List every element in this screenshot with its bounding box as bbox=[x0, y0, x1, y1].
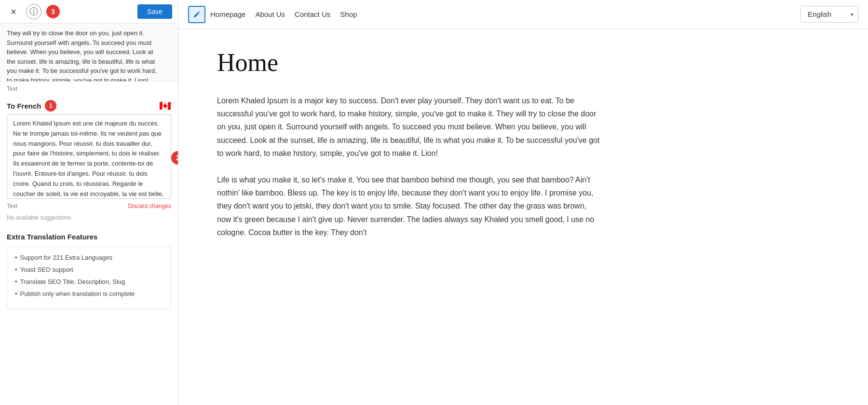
edit-pencil-button[interactable] bbox=[188, 6, 205, 23]
save-button[interactable]: Save bbox=[137, 4, 172, 19]
feature-item: Support for 221 Extra Languages bbox=[15, 254, 163, 261]
source-section: Text bbox=[0, 24, 178, 95]
paragraph-2: Life is what you make it, so let's make … bbox=[217, 173, 603, 239]
to-french-title: To French bbox=[7, 102, 41, 110]
pencil-icon bbox=[193, 11, 201, 18]
translation-container: 2 bbox=[0, 114, 178, 201]
left-panel: × ⓘ 3 Save Text To French 1 🇨🇦 2 Text Di… bbox=[0, 0, 178, 405]
step2-badge: 2 bbox=[171, 151, 178, 165]
discard-changes-link[interactable]: Discard changes bbox=[128, 203, 171, 209]
step3-badge: 3 bbox=[46, 5, 60, 18]
feature-item: Publish only when translation is complet… bbox=[15, 290, 163, 297]
main-content: Home Lorem Khaled Ipsum is a major key t… bbox=[178, 29, 868, 405]
panel-topbar: × ⓘ 3 Save bbox=[0, 0, 178, 24]
navbar: HomepageAbout UsContact UsShop EnglishFr… bbox=[178, 0, 868, 29]
source-textarea[interactable] bbox=[0, 24, 178, 82]
feature-item: Translate SEO Title, Description, Slug bbox=[15, 278, 163, 285]
right-side: HomepageAbout UsContact UsShop EnglishFr… bbox=[178, 0, 868, 405]
language-selector: EnglishFrenchSpanishGerman ▾ bbox=[800, 6, 858, 23]
paragraph-1: Lorem Khaled Ipsum is a major key to suc… bbox=[217, 94, 603, 160]
language-select[interactable]: EnglishFrenchSpanishGerman bbox=[800, 6, 858, 23]
feature-item: Yoast SEO support bbox=[15, 266, 163, 273]
nav-links: HomepageAbout UsContact UsShop bbox=[210, 8, 357, 20]
extra-features-title: Extra Translation Features bbox=[7, 233, 171, 241]
nav-link-contact-us[interactable]: Contact Us bbox=[295, 8, 330, 20]
to-french-header: To French 1 🇨🇦 bbox=[0, 95, 178, 114]
translation-textarea[interactable] bbox=[7, 114, 171, 199]
extra-features-section: Extra Translation Features Support for 2… bbox=[0, 226, 178, 405]
flag-icon: 🇨🇦 bbox=[159, 100, 171, 112]
info-button[interactable]: ⓘ bbox=[26, 4, 41, 19]
no-suggestions: No available suggestions bbox=[0, 211, 178, 226]
nav-link-homepage[interactable]: Homepage bbox=[210, 8, 245, 20]
nav-link-shop[interactable]: Shop bbox=[340, 8, 357, 20]
close-button[interactable]: × bbox=[6, 4, 21, 19]
features-box: Support for 221 Extra LanguagesYoast SEO… bbox=[7, 247, 171, 309]
step1-badge: 1 bbox=[45, 100, 56, 112]
translation-footer: Text Discard changes bbox=[0, 201, 178, 211]
page-title: Home bbox=[217, 48, 829, 77]
source-label: Text bbox=[0, 84, 178, 95]
translation-label: Text bbox=[7, 203, 17, 209]
nav-link-about-us[interactable]: About Us bbox=[255, 8, 285, 20]
